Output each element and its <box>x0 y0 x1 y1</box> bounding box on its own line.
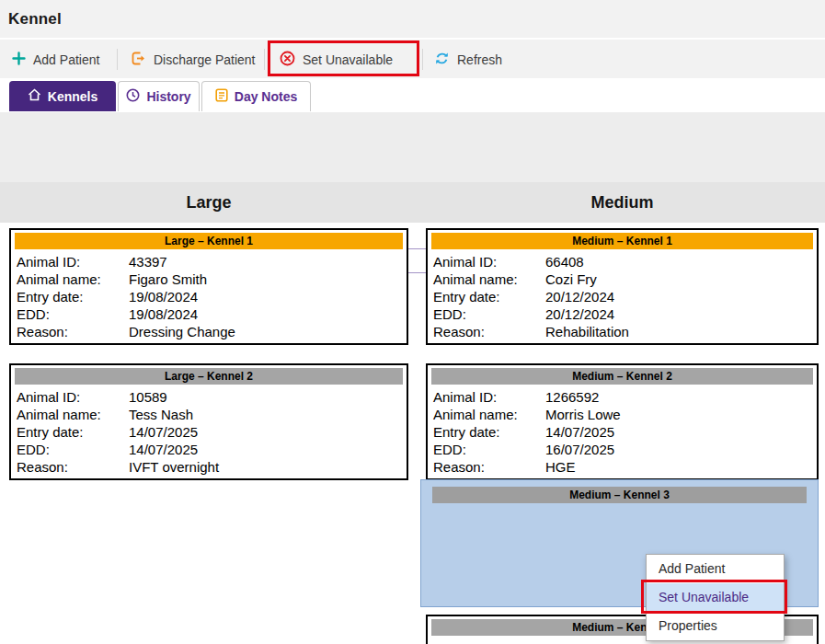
animal-name-value: Tess Nash <box>129 406 407 423</box>
kennel-card-title: Medium – Kennel 2 <box>431 368 813 385</box>
field-label: Animal name: <box>433 270 545 288</box>
kennel-card-title: Large – Kennel 2 <box>15 368 403 385</box>
field-label: Animal name: <box>433 406 545 423</box>
kennel-app-window: Kennel Add Patient Discharge Patient <box>0 0 825 644</box>
field-label: Animal name: <box>17 270 129 288</box>
kennel-card-large-1[interactable]: Large – Kennel 1 Animal ID:43397 Animal … <box>9 228 408 345</box>
field-label: Animal ID: <box>433 388 545 406</box>
kennel-card-body: Animal ID:10589 Animal name:Tess Nash En… <box>11 387 407 476</box>
tab-day-notes[interactable]: Day Notes <box>201 81 311 111</box>
tabs-row: Kennels History Day Notes <box>0 78 825 112</box>
tab-history-label: History <box>146 89 190 104</box>
column-header-large: Large <box>9 182 408 223</box>
kennel-card-body: Animal ID:66408 Animal name:Cozi Fry Ent… <box>428 252 817 340</box>
kennel-card-title: Medium – Kennel 3 <box>432 487 807 503</box>
toolbar-divider <box>117 49 118 70</box>
reason-value: Rehabilitation <box>545 323 817 340</box>
animal-id-value: 43397 <box>129 253 407 270</box>
add-patient-label: Add Patient <box>33 52 99 67</box>
discharge-patient-label: Discharge Patient <box>154 52 256 67</box>
context-menu-item-properties[interactable]: Properties <box>647 612 784 640</box>
toolbar-divider <box>422 49 423 70</box>
add-patient-button[interactable]: Add Patient <box>12 40 99 79</box>
edd-value: 16/07/2025 <box>545 441 817 458</box>
discharge-icon <box>131 51 146 69</box>
tab-day-notes-label: Day Notes <box>235 89 297 104</box>
kennel-card-medium-2[interactable]: Medium – Kennel 2 Animal ID:1266592 Anim… <box>426 363 819 480</box>
unavailable-circle-x-icon <box>280 51 295 69</box>
kennel-card-medium-1[interactable]: Medium – Kennel 1 Animal ID:66408 Animal… <box>426 228 819 345</box>
set-unavailable-button[interactable]: Set Unavailable <box>280 40 393 79</box>
field-label: Animal ID: <box>433 253 545 270</box>
animal-id-value: 10589 <box>129 388 407 406</box>
kennel-card-body: Animal ID:1266592 Animal name:Morris Low… <box>428 387 817 476</box>
animal-name-value: Morris Lowe <box>545 406 817 423</box>
tab-kennels-label: Kennels <box>48 89 97 104</box>
kennel-card-title: Medium – Kennel 1 <box>431 233 813 249</box>
clock-icon <box>126 88 140 105</box>
context-menu: Add Patient Set Unavailable Properties <box>646 554 785 641</box>
field-label: EDD: <box>17 305 129 323</box>
refresh-label: Refresh <box>457 52 502 67</box>
toolbar-divider <box>264 49 265 70</box>
animal-name-value: Cozi Fry <box>545 270 817 288</box>
refresh-button[interactable]: Refresh <box>434 40 502 79</box>
filter-bar: Site Esher SA Ward Kennel <box>0 112 825 182</box>
edd-value: 20/12/2024 <box>545 305 817 323</box>
refresh-icon <box>434 51 450 69</box>
field-label: Reason: <box>433 323 545 340</box>
edd-value: 14/07/2025 <box>129 441 407 458</box>
animal-id-value: 66408 <box>545 253 817 270</box>
context-menu-item-add-patient[interactable]: Add Patient <box>647 555 784 583</box>
animal-id-value: 1266592 <box>545 388 817 406</box>
set-unavailable-label: Set Unavailable <box>303 52 393 67</box>
home-icon <box>28 88 41 104</box>
plus-icon <box>12 52 26 68</box>
field-label: Animal name: <box>17 406 129 423</box>
field-label: Reason: <box>17 323 129 340</box>
reason-value: Dressing Change <box>129 323 407 340</box>
entry-date-value: 20/12/2024 <box>545 288 817 305</box>
column-header-medium: Medium <box>426 182 819 223</box>
discharge-patient-button[interactable]: Discharge Patient <box>131 40 256 79</box>
tab-kennels[interactable]: Kennels <box>9 81 116 111</box>
entry-date-value: 14/07/2025 <box>129 423 407 441</box>
field-label: EDD: <box>433 305 545 323</box>
field-label: Reason: <box>17 458 129 476</box>
field-label: Animal ID: <box>17 388 129 406</box>
field-label: Entry date: <box>433 423 545 441</box>
entry-date-value: 14/07/2025 <box>545 423 817 441</box>
field-label: EDD: <box>433 441 545 458</box>
kennel-card-title: Large – Kennel 1 <box>15 233 403 249</box>
toolbar: Add Patient Discharge Patient Set Unava <box>0 39 825 78</box>
tab-history[interactable]: History <box>118 81 200 111</box>
edd-value: 19/08/2024 <box>129 305 407 323</box>
animal-name-value: Figaro Smith <box>129 270 407 288</box>
reason-value: IVFT overnight <box>129 458 407 476</box>
kennel-card-large-2[interactable]: Large – Kennel 2 Animal ID:10589 Animal … <box>9 363 408 480</box>
column-header-band: Large Medium <box>0 182 825 223</box>
context-menu-item-set-unavailable[interactable]: Set Unavailable <box>647 583 784 612</box>
field-label: EDD: <box>17 441 129 458</box>
field-label: Animal ID: <box>17 253 129 270</box>
field-label: Entry date: <box>433 288 545 305</box>
entry-date-value: 19/08/2024 <box>129 288 407 305</box>
title-bar: Kennel <box>0 0 825 38</box>
field-label: Reason: <box>433 458 545 476</box>
kennel-card-body: Animal ID:43397 Animal name:Figaro Smith… <box>11 252 407 340</box>
field-label: Entry date: <box>17 423 129 441</box>
reason-value: HGE <box>545 458 817 476</box>
note-icon <box>215 88 228 105</box>
page-title: Kennel <box>0 10 62 29</box>
field-label: Entry date: <box>17 288 129 305</box>
